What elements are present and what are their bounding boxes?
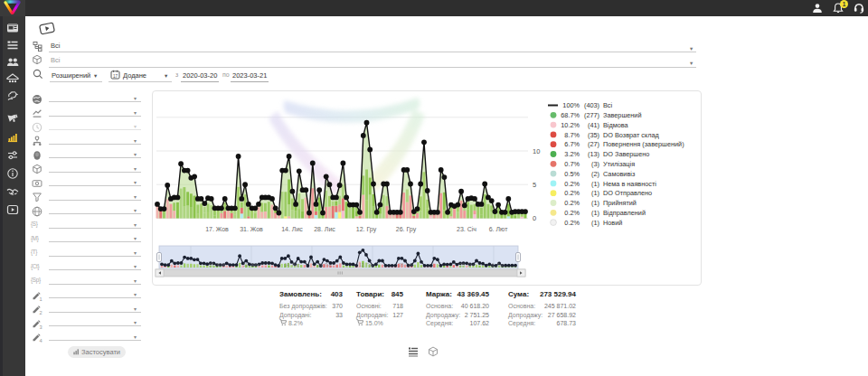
svg-text:0.2%: 0.2%	[564, 209, 580, 217]
svg-text:(1): (1)	[591, 199, 599, 207]
svg-text:Нема в наявності: Нема в наявності	[603, 180, 656, 188]
svg-text:17. Жов: 17. Жов	[205, 226, 229, 232]
svg-text:0.2%: 0.2%	[564, 189, 580, 197]
svg-text:23. Січ: 23. Січ	[457, 226, 476, 232]
svg-text:(3): (3)	[591, 160, 599, 168]
svg-text:0.7%: 0.7%	[564, 160, 580, 168]
svg-text:68.7%: 68.7%	[561, 111, 580, 119]
svg-text:Прийнятий: Прийнятий	[603, 199, 637, 207]
svg-text:1: 1	[40, 296, 42, 301]
svg-text:4: 4	[40, 338, 42, 343]
svg-text:(1): (1)	[591, 209, 599, 217]
svg-text:12. Гру: 12. Гру	[356, 226, 377, 233]
svg-text:17. Жов: 17. Жов	[209, 262, 226, 268]
svg-text:0.2%: 0.2%	[564, 180, 580, 188]
svg-text:6. Лют: 6. Лют	[492, 262, 505, 268]
svg-text:(35): (35)	[588, 131, 599, 139]
svg-text:(403): (403)	[584, 101, 599, 109]
svg-text:6.7%: 6.7%	[564, 140, 580, 148]
svg-text:28. Лис: 28. Лис	[317, 262, 333, 268]
svg-text:3: 3	[40, 324, 42, 329]
svg-text:14. Лис: 14. Лис	[285, 262, 300, 268]
svg-text:10.2%: 10.2%	[561, 121, 580, 129]
svg-text:2: 2	[40, 310, 42, 315]
svg-text:(1): (1)	[591, 189, 599, 197]
svg-text:28. Лис: 28. Лис	[314, 226, 335, 232]
svg-text:(41): (41)	[588, 121, 599, 129]
svg-text:26. Гру: 26. Гру	[399, 262, 413, 268]
svg-text:Самовивіз: Самовивіз	[603, 170, 636, 178]
svg-text:(2): (2)	[591, 170, 599, 178]
svg-text:31. Жов: 31. Жов	[240, 226, 263, 232]
svg-text:DO Завершено: DO Завершено	[603, 150, 649, 158]
svg-text:DO Возврат склад: DO Возврат склад	[603, 131, 660, 139]
svg-text:0: 0	[533, 214, 536, 222]
svg-text:Повернення (завершений): Повернення (завершений)	[603, 140, 684, 148]
svg-text:5: 5	[533, 181, 536, 189]
svg-text:(13): (13)	[588, 150, 599, 158]
svg-text:DO Отправлено: DO Отправлено	[603, 189, 652, 197]
svg-text:23. Січ: 23. Січ	[459, 262, 474, 268]
svg-text:Відправлений: Відправлений	[603, 209, 646, 217]
svg-text:10: 10	[533, 147, 540, 155]
svg-text:0.5%: 0.5%	[564, 170, 580, 178]
svg-text:0.2%: 0.2%	[564, 219, 580, 227]
svg-text:6. Лют: 6. Лют	[489, 226, 508, 232]
svg-text:0.2%: 0.2%	[564, 199, 580, 207]
svg-text:Всі: Всі	[603, 101, 613, 109]
svg-text:14. Лис: 14. Лис	[281, 226, 303, 232]
svg-text:Завершений: Завершений	[603, 111, 641, 119]
svg-text:Відмова: Відмова	[603, 121, 629, 129]
svg-text:17: 17	[113, 74, 118, 79]
svg-text:8.7%: 8.7%	[564, 131, 580, 139]
svg-text:(27): (27)	[588, 140, 599, 148]
svg-text:Новий: Новий	[603, 219, 622, 227]
svg-text:100%: 100%	[562, 101, 580, 109]
svg-text:(1): (1)	[591, 219, 599, 227]
svg-text:3.2%: 3.2%	[564, 150, 580, 158]
svg-text:(1): (1)	[591, 180, 599, 188]
svg-text:(277): (277)	[584, 111, 599, 119]
svg-text:26. Гру: 26. Гру	[396, 226, 417, 233]
svg-text:Утилізація: Утилізація	[603, 160, 635, 168]
svg-text:31. Жов: 31. Жов	[243, 262, 260, 268]
svg-text:12. Гру: 12. Гру	[359, 262, 373, 268]
